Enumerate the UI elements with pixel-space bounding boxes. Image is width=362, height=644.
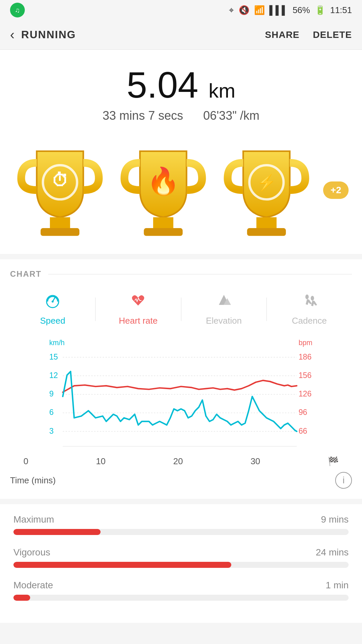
x-axis-title: Time (mins)	[10, 475, 56, 486]
spotify-icon: ♫	[10, 3, 25, 17]
speed-icon	[44, 292, 61, 312]
hero-section: 5.04 km 33 mins 7 secs 06'33" /km	[0, 50, 362, 133]
tab-speed[interactable]: Speed	[10, 289, 95, 329]
zone-moderate: Moderate 1 min	[13, 580, 349, 601]
svg-point-17	[311, 296, 314, 301]
info-button[interactable]: i	[335, 472, 352, 489]
delete-button[interactable]: DELETE	[313, 30, 352, 40]
distance-display: 5.04 km	[10, 66, 352, 103]
trophy-speed-icon: ⚡	[220, 140, 313, 240]
svg-rect-8	[247, 228, 286, 236]
wifi-icon: 📶	[254, 5, 265, 15]
zone-moderate-duration: 1 min	[326, 580, 349, 591]
nav-bar: ‹ RUNNING SHARE DELETE	[0, 20, 362, 50]
nav-actions: SHARE DELETE	[265, 30, 352, 40]
heart-rate-tab-label: Heart rate	[119, 316, 158, 326]
zone-vigorous-duration: 24 mins	[316, 547, 349, 558]
svg-rect-5	[144, 228, 183, 236]
extra-trophies-badge: +2	[323, 181, 349, 199]
svg-point-16	[305, 294, 309, 299]
svg-rect-0	[50, 217, 70, 228]
tab-heart-rate[interactable]: Heart rate	[96, 289, 181, 329]
zone-vigorous-bar-fill	[13, 562, 231, 568]
status-bar: ♫ ⌖ 🔇 📶 ▌▌▌ 56% 🔋 11:51	[0, 0, 362, 20]
svg-rect-7	[256, 217, 277, 228]
trophy-2[interactable]: 🔥	[117, 140, 210, 240]
status-right: ⌖ 🔇 📶 ▌▌▌ 56% 🔋 11:51	[229, 5, 352, 15]
trophy-1[interactable]: ⏱	[13, 140, 107, 240]
distance-unit: km	[208, 79, 235, 102]
share-button[interactable]: SHARE	[265, 30, 300, 40]
zone-vigorous: Vigorous 24 mins	[13, 547, 349, 568]
cadence-tab-label: Cadence	[292, 316, 327, 326]
zone-moderate-bar-bg	[13, 595, 349, 601]
distance-value: 5.04	[127, 64, 198, 105]
svg-text:126: 126	[299, 389, 312, 398]
mute-icon: 🔇	[239, 5, 249, 15]
page-title: RUNNING	[21, 29, 265, 41]
battery-level: 56%	[293, 5, 310, 15]
svg-text:⏱: ⏱	[52, 171, 69, 190]
zone-vigorous-bar-bg	[13, 562, 349, 568]
zone-vigorous-header: Vigorous 24 mins	[13, 547, 349, 558]
elevation-tab-label: Elevation	[206, 316, 242, 326]
svg-text:⚡: ⚡	[257, 173, 276, 192]
chart-section-label: CHART	[10, 269, 352, 279]
svg-text:9: 9	[49, 389, 54, 398]
trophy-time-icon: ⏱	[13, 140, 107, 240]
svg-text:6: 6	[49, 408, 54, 417]
chart-area: km/h 15 12 9 6 3 bpm 186 156 126 96 66	[10, 339, 352, 453]
tab-cadence[interactable]: Cadence	[267, 289, 352, 329]
svg-text:156: 156	[299, 371, 312, 380]
svg-text:bpm: bpm	[299, 339, 312, 347]
elevation-icon	[216, 292, 232, 312]
status-left: ♫	[10, 3, 25, 17]
svg-rect-4	[153, 217, 173, 228]
hero-stats: 33 mins 7 secs 06'33" /km	[10, 109, 352, 123]
back-button[interactable]: ‹	[10, 27, 14, 42]
pace-value: 06'33" /km	[203, 109, 259, 123]
tab-elevation[interactable]: Elevation	[181, 289, 266, 329]
chart-svg: km/h 15 12 9 6 3 bpm 186 156 126 96 66	[10, 339, 352, 453]
heart-rate-icon	[130, 292, 146, 312]
x-label-30: 30	[250, 456, 260, 467]
signal-icon: ▌▌▌	[269, 5, 288, 15]
zone-moderate-label: Moderate	[13, 580, 53, 591]
bluetooth-icon: ⌖	[229, 5, 234, 15]
duration-value: 33 mins 7 secs	[103, 109, 183, 123]
svg-text:🔥: 🔥	[147, 166, 180, 197]
cadence-icon	[301, 292, 318, 312]
svg-rect-1	[41, 228, 79, 236]
zone-maximum-bar-fill	[13, 529, 101, 535]
svg-text:66: 66	[299, 427, 307, 435]
svg-text:96: 96	[299, 408, 307, 417]
svg-text:3: 3	[49, 427, 54, 435]
svg-text:15: 15	[49, 353, 58, 361]
trophy-fire-icon: 🔥	[117, 140, 210, 240]
zone-moderate-header: Moderate 1 min	[13, 580, 349, 591]
zone-maximum-header: Maximum 9 mins	[13, 514, 349, 525]
x-label-20: 20	[173, 456, 183, 467]
zone-maximum: Maximum 9 mins	[13, 514, 349, 535]
info-icon: i	[343, 475, 345, 486]
svg-text:12: 12	[49, 371, 58, 380]
svg-point-13	[52, 301, 54, 303]
chart-tabs: Speed Heart rate Elevation	[10, 289, 352, 329]
clock: 11:51	[330, 5, 352, 15]
x-label-10: 10	[96, 456, 106, 467]
svg-text:186: 186	[299, 353, 312, 361]
zones-section: Maximum 9 mins Vigorous 24 mins Moderate…	[0, 504, 362, 623]
zone-maximum-label: Maximum	[13, 514, 54, 525]
x-label-finish: 🏁	[328, 456, 339, 467]
x-label-0: 0	[23, 456, 28, 467]
speed-tab-label: Speed	[40, 316, 65, 326]
x-axis-title-row: Time (mins) i	[10, 472, 352, 489]
zone-maximum-bar-bg	[13, 529, 349, 535]
trophy-3[interactable]: ⚡	[220, 140, 313, 240]
zone-maximum-duration: 9 mins	[321, 514, 349, 525]
zone-moderate-bar-fill	[13, 595, 30, 601]
svg-text:km/h: km/h	[49, 339, 65, 347]
x-axis-labels: 0 10 20 30 🏁	[10, 453, 352, 467]
battery-icon: 🔋	[315, 5, 325, 15]
trophies-section: ⏱ 🔥	[0, 133, 362, 254]
